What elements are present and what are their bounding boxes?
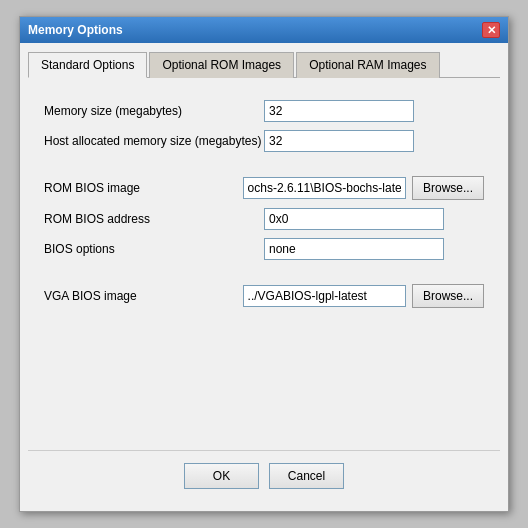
close-button[interactable]: ✕	[482, 22, 500, 38]
tab-optional-rom-images[interactable]: Optional ROM Images	[149, 52, 294, 78]
memory-size-label: Memory size (megabytes)	[44, 104, 264, 118]
rom-bios-browse-button[interactable]: Browse...	[412, 176, 484, 200]
host-memory-size-input[interactable]	[264, 130, 414, 152]
memory-size-input[interactable]	[264, 100, 414, 122]
rom-bios-address-input[interactable]	[264, 208, 444, 230]
cancel-button[interactable]: Cancel	[269, 463, 344, 489]
rom-bios-address-row: ROM BIOS address	[44, 208, 484, 230]
bios-options-input[interactable]	[264, 238, 444, 260]
window-title: Memory Options	[28, 23, 123, 37]
host-memory-size-label: Host allocated memory size (megabytes)	[44, 134, 264, 148]
content-area: Memory size (megabytes) Host allocated m…	[28, 90, 500, 450]
tab-standard-options[interactable]: Standard Options	[28, 52, 147, 78]
bios-options-label: BIOS options	[44, 242, 264, 256]
ok-button[interactable]: OK	[184, 463, 259, 489]
rom-bios-image-label: ROM BIOS image	[44, 181, 243, 195]
memory-options-dialog: Memory Options ✕ Standard Options Option…	[19, 16, 509, 512]
title-bar: Memory Options ✕	[20, 17, 508, 43]
bios-options-row: BIOS options	[44, 238, 484, 260]
vga-bios-image-label: VGA BIOS image	[44, 289, 243, 303]
vga-bios-browse-button[interactable]: Browse...	[412, 284, 484, 308]
memory-size-row: Memory size (megabytes)	[44, 100, 484, 122]
vga-bios-image-input[interactable]	[243, 285, 406, 307]
rom-bios-address-label: ROM BIOS address	[44, 212, 264, 226]
vga-bios-image-row: VGA BIOS image Browse...	[44, 284, 484, 308]
rom-bios-image-row: ROM BIOS image Browse...	[44, 176, 484, 200]
window-body: Standard Options Optional ROM Images Opt…	[20, 43, 508, 511]
host-memory-size-row: Host allocated memory size (megabytes)	[44, 130, 484, 152]
tab-optional-ram-images[interactable]: Optional RAM Images	[296, 52, 439, 78]
rom-bios-image-input[interactable]	[243, 177, 406, 199]
tab-bar: Standard Options Optional ROM Images Opt…	[28, 51, 500, 78]
bottom-bar: OK Cancel	[28, 450, 500, 503]
